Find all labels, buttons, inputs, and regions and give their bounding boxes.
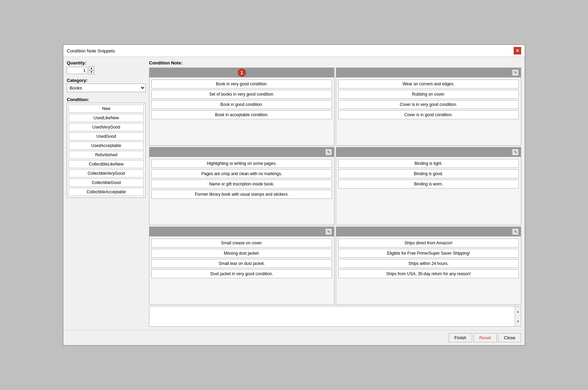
snippet-group-4: ✎ Binding is tight. Binding is good. Bin… <box>336 147 521 225</box>
snippet-btn-g4-1[interactable]: Binding is tight. <box>338 159 519 168</box>
snippet-group-1: 1 ✎ Book in very good condition. Set of … <box>149 68 334 146</box>
snippet-btn-g6-1[interactable]: Ships direct from Amazon! <box>338 239 519 247</box>
quantity-up-button[interactable]: ▲ <box>89 66 94 70</box>
content-area: Quantity: ▲ ▼ Category: Books Condition: <box>63 57 525 330</box>
left-panel: Quantity: ▲ ▼ Category: Books Condition: <box>67 60 146 327</box>
quantity-label: Quantity: <box>67 60 146 65</box>
snippet-group-5: ✎ Small crease on cover. Missing dust ja… <box>149 227 334 305</box>
group-4-header: ✎ <box>336 147 521 157</box>
dialog-title: Condition Note Snippets <box>67 48 115 53</box>
right-panel: Condition Note: 1 ✎ Book in very good co… <box>149 60 521 327</box>
group-5-edit-icon[interactable]: ✎ <box>325 228 332 235</box>
scroll-up-arrow[interactable]: ▲ <box>515 306 521 316</box>
group-3-edit-icon[interactable]: ✎ <box>325 149 332 156</box>
condition-label: Condition: <box>67 97 146 102</box>
condition-collectibleacceptable[interactable]: CollectibleAcceptable <box>69 188 144 196</box>
snippet-btn-g1-4[interactable]: Book in acceptable condition. <box>151 110 332 119</box>
scroll-down-arrow[interactable]: ▼ <box>515 316 521 326</box>
group-1-buttons: Book in very good condition. Set of book… <box>149 77 334 145</box>
condition-note-textarea[interactable] <box>149 306 515 327</box>
title-bar: Condition Note Snippets ✕ <box>63 45 525 57</box>
condition-note-dialog: Condition Note Snippets ✕ Quantity: ▲ ▼ … <box>63 44 525 346</box>
snippet-btn-g5-3[interactable]: Small tear on dust jacket. <box>151 259 332 268</box>
group-5-buttons: Small crease on cover. Missing dust jack… <box>149 236 334 304</box>
group-4-buttons: Binding is tight. Binding is good. Bindi… <box>336 157 521 225</box>
snippet-btn-g1-1[interactable]: Book in very good condition. <box>151 80 332 88</box>
condition-usedverygood[interactable]: UsedVeryGood <box>69 123 144 131</box>
snippet-btn-g4-2[interactable]: Binding is good. <box>338 169 519 178</box>
snippet-btn-g5-1[interactable]: Small crease on cover. <box>151 239 332 247</box>
snippet-group-2: ✎ Wear on corners and edges. Rubbing on … <box>336 68 521 146</box>
category-label: Category: <box>67 78 146 83</box>
group-3-header: ✎ <box>149 147 334 157</box>
scrollbar: ▲ ▼ <box>515 306 521 327</box>
group-3-buttons: Highlighting or writing on some pages. P… <box>149 157 334 225</box>
condition-section: Condition: New UsedLikeNew UsedVeryGood … <box>67 97 146 198</box>
snippet-btn-g3-2[interactable]: Pages are crisp and clean with no markin… <box>151 169 332 178</box>
condition-new[interactable]: New <box>69 105 144 113</box>
snippet-btn-g5-2[interactable]: Missing dust jacket. <box>151 249 332 258</box>
group-5-header: ✎ <box>149 227 334 236</box>
snippet-group-6: ✎ Ships direct from Amazon! Eligible for… <box>336 227 521 305</box>
condition-note-label: Condition Note: <box>149 60 521 65</box>
close-x-button[interactable]: ✕ <box>514 47 521 54</box>
snippet-btn-g3-3[interactable]: Name or gift inscription inside book. <box>151 180 332 188</box>
snippet-btn-g6-4[interactable]: Ships from USA, 30-day return for any re… <box>338 269 519 278</box>
quantity-spinners: ▲ ▼ <box>89 66 94 74</box>
snippet-btn-g1-3[interactable]: Book in good condition. <box>151 100 332 109</box>
snippet-btn-g2-4[interactable]: Cover is in good condition. <box>338 110 519 119</box>
condition-collectiblegood[interactable]: CollectibleGood <box>69 179 144 187</box>
condition-list: New UsedLikeNew UsedVeryGood UsedGood Us… <box>67 103 146 198</box>
condition-refurbished[interactable]: Refurbished <box>69 151 144 159</box>
group-1-header: 1 ✎ <box>149 68 334 77</box>
group-1-badge: 1 <box>238 69 246 77</box>
quantity-row: ▲ ▼ <box>67 66 146 74</box>
category-select[interactable]: Books <box>67 84 146 92</box>
text-area-row: ▲ ▼ <box>149 306 521 327</box>
snippet-group-3: ✎ Highlighting or writing on some pages.… <box>149 147 334 225</box>
group-6-edit-icon[interactable]: ✎ <box>512 228 519 235</box>
close-button[interactable]: Close <box>498 333 521 342</box>
condition-collectibleverygood[interactable]: CollectibleVeryGood <box>69 169 144 178</box>
condition-usedgood[interactable]: UsedGood <box>69 132 144 141</box>
condition-collectiblelikenew[interactable]: CollectibleLikeNew <box>69 160 144 168</box>
group-6-header: ✎ <box>336 227 521 236</box>
group-6-buttons: Ships direct from Amazon! Eligible for F… <box>336 236 521 304</box>
condition-usedlikenew[interactable]: UsedLikeNew <box>69 114 144 122</box>
reset-button[interactable]: Reset <box>474 333 497 342</box>
snippet-btn-g5-4[interactable]: Dust jacket in very good condition. <box>151 269 332 278</box>
quantity-input[interactable] <box>67 67 87 74</box>
snippet-grid: 1 ✎ Book in very good condition. Set of … <box>149 68 521 305</box>
snippet-btn-g6-3[interactable]: Ships within 24 hours. <box>338 259 519 268</box>
snippet-btn-g3-4[interactable]: Former library book with usual stamps an… <box>151 190 332 199</box>
group-2-buttons: Wear on corners and edges. Rubbing on co… <box>336 77 521 145</box>
group-4-edit-icon[interactable]: ✎ <box>512 149 519 156</box>
group-2-edit-icon[interactable]: ✎ <box>512 69 519 76</box>
finish-button[interactable]: Finish <box>449 333 472 342</box>
snippet-btn-g2-3[interactable]: Cover is in very good condition. <box>338 100 519 109</box>
group-2-header: ✎ <box>336 68 521 77</box>
snippet-btn-g4-3[interactable]: Binding is worn. <box>338 180 519 188</box>
bottom-bar: Finish Reset Close <box>63 330 525 345</box>
snippet-btn-g2-1[interactable]: Wear on corners and edges. <box>338 80 519 88</box>
snippet-btn-g3-1[interactable]: Highlighting or writing on some pages. <box>151 159 332 168</box>
snippet-btn-g6-2[interactable]: Eligible for Free Prime/Super Saver Ship… <box>338 249 519 258</box>
snippet-btn-g1-2[interactable]: Set of books in very good condition. <box>151 90 332 99</box>
condition-usedacceptable[interactable]: UsedAcceptable <box>69 142 144 150</box>
quantity-down-button[interactable]: ▼ <box>89 70 94 74</box>
snippet-btn-g2-2[interactable]: Rubbing on cover. <box>338 90 519 99</box>
